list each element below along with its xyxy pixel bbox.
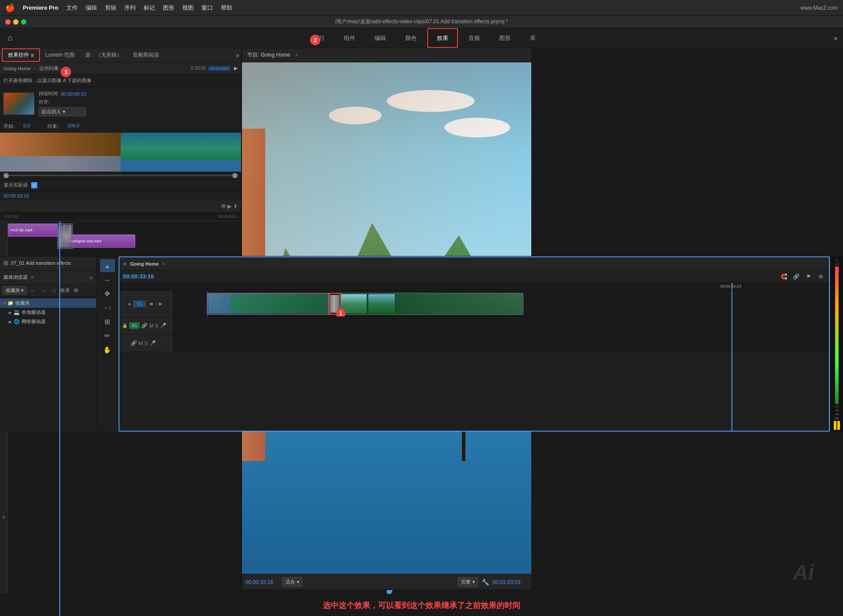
a2-playhead xyxy=(731,291,732,431)
v1-arrow-right[interactable]: ▶ xyxy=(159,301,162,306)
thumb-image xyxy=(4,93,34,115)
slider-handle-left[interactable] xyxy=(4,173,9,178)
play-icon-tl[interactable]: ▶ xyxy=(227,203,231,209)
motion-label: 运动到像 xyxy=(39,65,58,72)
v1-expand[interactable]: ▸ xyxy=(129,301,131,307)
rate-stretch-tool[interactable]: ↔↕ xyxy=(100,301,115,314)
nav-tab-effects[interactable]: 效果 xyxy=(427,28,458,48)
a1-label: A1 xyxy=(129,322,140,329)
tree-item-favorites[interactable]: ▾ 📁 收藏夹 xyxy=(0,299,96,308)
timeline-toolbar: 00:00:33:16 🧲 🔗 ⚑ ⚙ xyxy=(119,270,829,283)
quality-dropdown[interactable]: 完整 ▾ xyxy=(458,577,478,587)
nav-tab-assembly[interactable]: 组件 xyxy=(335,28,364,48)
pen-tool[interactable]: ✏ xyxy=(100,329,115,342)
preview-thumbnail xyxy=(4,93,34,115)
tab-effect-controls[interactable]: 效果控件 ≡ xyxy=(2,48,40,62)
timeline-close-btn[interactable]: × xyxy=(123,260,126,267)
timeline-menu-icon[interactable]: ≡ xyxy=(162,261,165,266)
play-icon[interactable]: ▶ xyxy=(234,65,238,71)
maximize-button[interactable] xyxy=(21,19,26,25)
align-dropdown[interactable]: 起点切入 ▾ xyxy=(39,107,86,116)
nav-tab-color[interactable]: 颜色 xyxy=(396,28,425,48)
watermark-label: www.MacZ.com xyxy=(800,5,838,11)
vu-meter: 0 -12 -24 -36 -48 dB xyxy=(830,256,843,432)
export-icon[interactable]: ⬆ xyxy=(233,203,238,209)
audio-mic-icon[interactable]: 🎤 xyxy=(160,323,166,328)
tab-lumetri-scope[interactable]: Lumetri 范围 xyxy=(40,48,80,62)
audio-link-icon[interactable]: 🔗 xyxy=(141,323,148,328)
fit-dropdown[interactable]: 适合 ▾ xyxy=(282,577,303,587)
menu-edit[interactable]: 编辑 xyxy=(86,4,97,12)
preview-menu[interactable]: ≡ xyxy=(295,53,298,58)
slider-track[interactable] xyxy=(4,175,238,176)
clip-timelapse-sea[interactable]: Timelapse sea.mp4 xyxy=(65,234,135,248)
wrench-icon[interactable]: 🔧 xyxy=(482,579,489,586)
menu-view[interactable]: 视图 xyxy=(182,4,194,12)
back-button[interactable]: ← xyxy=(29,286,37,295)
add-marker-tl-btn[interactable]: ⚑ xyxy=(803,272,813,281)
selection-tool[interactable]: ▲ xyxy=(100,259,115,272)
forward-button[interactable]: → xyxy=(39,286,48,295)
menu-help[interactable]: 帮助 xyxy=(221,4,232,12)
v1-eye[interactable]: ○ xyxy=(155,301,157,306)
folder-icon-1: 📁 xyxy=(7,300,14,306)
preview-timecode: 00:00:33:16 xyxy=(245,579,281,585)
audio-mic-icon-2[interactable]: 🎤 xyxy=(150,340,156,346)
ruler-marker-time: 00:00:34:23 xyxy=(720,284,741,288)
close-button[interactable] xyxy=(5,19,11,25)
panel-more-btn[interactable]: » xyxy=(236,52,239,59)
a1-lock-icon[interactable]: 🔒 xyxy=(122,323,127,328)
ripple-edit-tool[interactable]: ✥ xyxy=(100,287,115,300)
link-btn[interactable]: 🔗 xyxy=(791,272,801,281)
filter-browser-icon[interactable]: ⛃ xyxy=(72,286,80,295)
nav-more-button[interactable]: » xyxy=(829,34,843,42)
tree-item-network-drives[interactable]: ▶ 🌐 网络驱动器 xyxy=(0,317,96,326)
track-select-tool[interactable]: ↔ xyxy=(100,273,115,286)
media-browser-menu[interactable]: ≡ xyxy=(31,275,34,280)
razor-tool[interactable]: ⊞ xyxy=(100,315,115,328)
audio-link-icon-2[interactable]: 🔗 xyxy=(131,340,137,346)
menu-sequence[interactable]: 序列 xyxy=(124,4,136,12)
filter-icon[interactable]: ⛃ xyxy=(221,203,226,209)
expand-browser-icon[interactable]: » xyxy=(89,274,93,281)
nav-tab-audio[interactable]: 音频 xyxy=(460,28,489,48)
badge-3: 3 xyxy=(61,67,71,77)
expand-arrow-3: ▶ xyxy=(9,320,12,324)
track-a1-header: 🔒 A1 🔗 M S 🎤 xyxy=(119,317,172,334)
nav-tab-graphics[interactable]: 图形 xyxy=(490,28,519,48)
audio-m-btn[interactable]: M xyxy=(149,323,153,328)
audio-s-btn[interactable]: S xyxy=(155,323,158,328)
menu-window[interactable]: 窗口 xyxy=(202,4,213,12)
settings-tl-btn[interactable]: ⚙ xyxy=(816,272,825,281)
clip-arch-far[interactable]: Arch far.mp4 xyxy=(8,223,65,237)
audio-s-btn-2[interactable]: S xyxy=(144,341,148,346)
preview-title: 节目: Going Home xyxy=(247,51,290,59)
slider-handle-right[interactable] xyxy=(232,173,238,178)
transition-marker-main[interactable]: 1 xyxy=(328,293,341,315)
nav-tabs: 学习 组件 编辑 颜色 效果 音频 图形 库 xyxy=(20,28,829,48)
menu-graphics[interactable]: 图形 xyxy=(163,4,174,12)
nav-tab-edit[interactable]: 编辑 xyxy=(366,28,395,48)
annotation-bar: 选中这个效果，可以看到这个效果继承了之前效果的时间 xyxy=(0,594,843,616)
show-source-checkbox[interactable]: ✓ xyxy=(31,182,37,188)
audio-m-btn-2[interactable]: M xyxy=(139,341,143,346)
hand-tool[interactable]: ✋ xyxy=(100,343,115,357)
snap-btn[interactable]: 🧲 xyxy=(779,272,789,281)
nav-tab-library[interactable]: 库 xyxy=(521,28,544,48)
menu-clip[interactable]: 剪辑 xyxy=(105,4,116,12)
ruler-needle xyxy=(731,283,732,290)
apple-logo[interactable]: 🍎 xyxy=(5,3,15,13)
menu-file[interactable]: 文件 xyxy=(66,4,78,12)
clip-v1-first[interactable] xyxy=(207,293,330,315)
minimize-button[interactable] xyxy=(13,19,18,25)
tab-source[interactable]: 源：（无剪辑） xyxy=(80,48,127,62)
v1-toggle[interactable]: ◀ xyxy=(149,301,153,306)
menu-mark[interactable]: 标记 xyxy=(144,4,155,12)
tab-audio-clip-mixer[interactable]: 音频剪辑混 xyxy=(127,48,164,62)
preview-controls: 00:00:33:16 适合 ▾ 完整 ▾ 🔧 00:01:03:03 xyxy=(242,574,531,590)
collect-button[interactable]: □ xyxy=(50,286,58,295)
home-button[interactable]: ⌂ xyxy=(0,28,20,48)
clip-v1-second[interactable] xyxy=(339,293,523,315)
tree-item-local-drives[interactable]: ▶ 💻 本地驱动器 xyxy=(0,308,96,317)
folder-dropdown[interactable]: 收藏夹 ▾ xyxy=(3,286,27,295)
